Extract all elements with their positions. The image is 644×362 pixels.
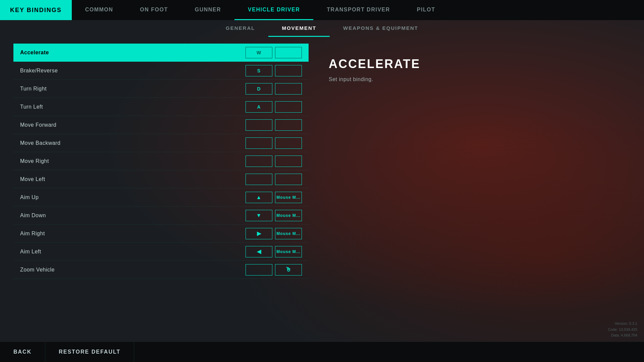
mouse-scroll-icon: 🖰: [285, 266, 292, 273]
binding-keys-brake: S: [246, 65, 302, 76]
binding-label-aim-right: Aim Right: [20, 231, 246, 237]
key-primary-brake[interactable]: S: [246, 65, 272, 76]
binding-label-accelerate: Accelerate: [20, 50, 246, 56]
version-info: Version: 0.3.1 Code: 13,039,435 Data: 4,…: [608, 321, 637, 339]
key-primary-move-backward[interactable]: [246, 137, 272, 149]
key-primary-turn-right[interactable]: D: [246, 83, 272, 95]
binding-row-move-backward[interactable]: Move Backward: [13, 134, 309, 152]
bottom-bar: BACK RESTORE DEFAULT: [0, 342, 644, 362]
binding-keys-accelerate: W: [246, 47, 302, 58]
mouse-label-aim-right: Mouse M...: [276, 231, 300, 236]
key-secondary-move-right[interactable]: [275, 156, 302, 167]
key-primary-accelerate[interactable]: W: [246, 47, 272, 58]
binding-label-move-right: Move Right: [20, 158, 246, 164]
binding-label-move-forward: Move Forward: [20, 122, 246, 128]
keybindings-tab[interactable]: KEY BINDINGS: [0, 0, 72, 20]
binding-keys-move-backward: [246, 137, 302, 149]
binding-row-zoom-vehicle[interactable]: Zoom Vehicle 🖰: [13, 261, 309, 279]
detail-panel: ACCELERATE Set input binding.: [309, 44, 644, 335]
tab-gunner[interactable]: GUNNER: [181, 0, 234, 20]
binding-label-brake: Brake/Reverse: [20, 68, 246, 74]
binding-label-aim-left: Aim Left: [20, 249, 246, 255]
binding-keys-move-forward: [246, 119, 302, 131]
key-secondary-move-left[interactable]: [275, 174, 302, 185]
chevron-up-icon: ▲: [256, 194, 262, 200]
key-secondary-move-forward[interactable]: [275, 119, 302, 131]
binding-keys-aim-right: ▶ Mouse M...: [246, 228, 302, 239]
binding-row-turn-right[interactable]: Turn Right D: [13, 80, 309, 98]
subtab-weapons-equipment[interactable]: WEAPONS & EQUIPMENT: [330, 20, 432, 37]
mouse-label-aim-down: Mouse M...: [276, 213, 300, 218]
binding-keys-aim-up: ▲ Mouse M...: [246, 192, 302, 203]
binding-row-aim-up[interactable]: Aim Up ▲ Mouse M...: [13, 188, 309, 206]
key-primary-move-right[interactable]: [246, 156, 272, 167]
binding-label-turn-right: Turn Right: [20, 86, 246, 92]
binding-keys-move-left: [246, 174, 302, 185]
tab-transport-driver[interactable]: TRANSPORT DRIVER: [313, 0, 403, 20]
detail-description: Set input binding.: [329, 76, 624, 82]
binding-label-zoom-vehicle: Zoom Vehicle: [20, 267, 246, 273]
binding-row-move-right[interactable]: Move Right: [13, 152, 309, 170]
tab-vehicle-driver[interactable]: VEHICLE DRIVER: [234, 0, 313, 20]
mouse-label-aim-left: Mouse M...: [276, 249, 300, 254]
version-line3: Data: 4,668,704: [608, 333, 637, 339]
chevron-right-icon: ▶: [257, 230, 261, 237]
version-line2: Code: 13,039,435: [608, 327, 637, 333]
binding-row-brake[interactable]: Brake/Reverse S: [13, 62, 309, 80]
subtab-movement[interactable]: MOVEMENT: [268, 20, 330, 37]
version-line1: Version: 0.3.1: [608, 321, 637, 327]
key-primary-aim-up[interactable]: ▲: [246, 192, 272, 203]
key-primary-turn-left[interactable]: A: [246, 101, 272, 113]
key-secondary-aim-up[interactable]: Mouse M...: [275, 192, 302, 203]
binding-row-aim-down[interactable]: Aim Down ▼ Mouse M...: [13, 206, 309, 225]
key-primary-zoom-vehicle[interactable]: [246, 264, 272, 276]
top-nav: KEY BINDINGS COMMON ON FOOT GUNNER VEHIC…: [0, 0, 644, 20]
binding-keys-turn-left: A: [246, 101, 302, 113]
detail-title: ACCELERATE: [329, 57, 624, 71]
binding-row-turn-left[interactable]: Turn Left A: [13, 98, 309, 116]
subtab-general[interactable]: GENERAL: [212, 20, 268, 37]
binding-label-move-backward: Move Backward: [20, 140, 246, 146]
binding-keys-aim-left: ◀ Mouse M...: [246, 246, 302, 257]
binding-label-aim-up: Aim Up: [20, 194, 246, 200]
binding-keys-move-right: [246, 156, 302, 167]
key-primary-aim-down[interactable]: ▼: [246, 210, 272, 221]
binding-row-aim-left[interactable]: Aim Left ◀ Mouse M...: [13, 243, 309, 261]
nav-tabs: COMMON ON FOOT GUNNER VEHICLE DRIVER TRA…: [72, 0, 449, 20]
key-secondary-aim-down[interactable]: Mouse M...: [275, 210, 302, 221]
tab-pilot[interactable]: PILOT: [404, 0, 449, 20]
binding-label-move-left: Move Left: [20, 176, 246, 182]
key-primary-aim-left[interactable]: ◀: [246, 246, 272, 257]
binding-keys-turn-right: D: [246, 83, 302, 95]
key-secondary-turn-left[interactable]: [275, 101, 302, 113]
key-primary-aim-right[interactable]: ▶: [246, 228, 272, 239]
key-secondary-move-backward[interactable]: [275, 137, 302, 149]
binding-label-aim-down: Aim Down: [20, 213, 246, 219]
key-secondary-accelerate[interactable]: [275, 47, 302, 58]
mouse-label-aim-up: Mouse M...: [276, 195, 300, 200]
key-primary-move-left[interactable]: [246, 174, 272, 185]
key-secondary-brake[interactable]: [275, 65, 302, 76]
tab-common[interactable]: COMMON: [72, 0, 127, 20]
main-content: Accelerate W Brake/Reverse S Turn Right …: [0, 37, 644, 342]
binding-row-accelerate[interactable]: Accelerate W: [13, 44, 309, 62]
binding-keys-zoom-vehicle: 🖰: [246, 264, 302, 276]
binding-keys-aim-down: ▼ Mouse M...: [246, 210, 302, 221]
chevron-left-icon: ◀: [257, 248, 261, 255]
binding-row-move-forward[interactable]: Move Forward: [13, 116, 309, 134]
sub-nav: GENERAL MOVEMENT WEAPONS & EQUIPMENT: [0, 20, 644, 37]
back-button[interactable]: BACK: [0, 342, 45, 362]
binding-row-move-left[interactable]: Move Left: [13, 170, 309, 188]
binding-label-turn-left: Turn Left: [20, 104, 246, 110]
tab-on-foot[interactable]: ON FOOT: [126, 0, 181, 20]
key-secondary-turn-right[interactable]: [275, 83, 302, 95]
bindings-panel: Accelerate W Brake/Reverse S Turn Right …: [13, 44, 309, 335]
binding-row-aim-right[interactable]: Aim Right ▶ Mouse M...: [13, 225, 309, 243]
restore-default-button[interactable]: RESTORE DEFAULT: [45, 342, 134, 362]
key-secondary-aim-left[interactable]: Mouse M...: [275, 246, 302, 257]
key-secondary-zoom-vehicle[interactable]: 🖰: [275, 264, 302, 276]
chevron-down-icon: ▼: [256, 213, 262, 219]
key-primary-move-forward[interactable]: [246, 119, 272, 131]
key-secondary-aim-right[interactable]: Mouse M...: [275, 228, 302, 239]
